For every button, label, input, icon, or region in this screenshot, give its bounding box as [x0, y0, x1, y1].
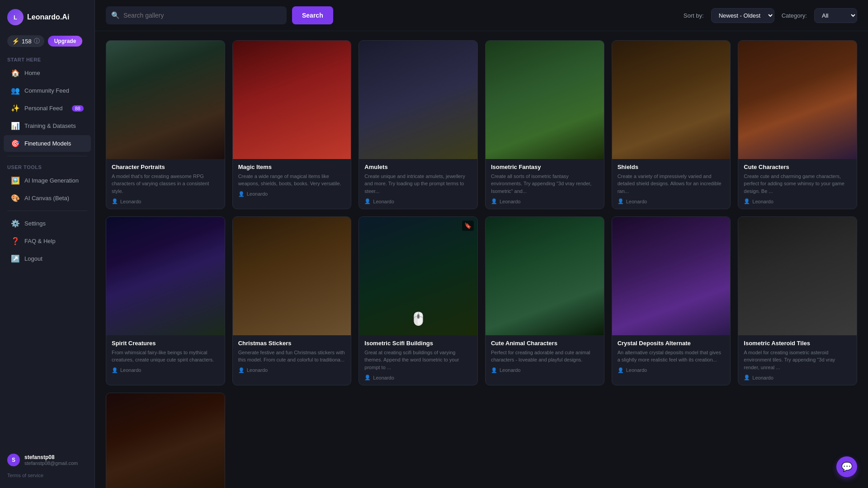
logout-icon: ↗️: [11, 254, 20, 263]
token-count-display: ⚡ 158 ⓘ: [7, 35, 44, 47]
model-card-isometric-fantasy[interactable]: Isometric Fantasy Create all sorts of is…: [485, 40, 604, 209]
sidebar-item-logout[interactable]: ↗️ Logout: [4, 250, 91, 267]
token-value: 158: [22, 38, 32, 45]
author-icon: 👤: [618, 198, 624, 204]
model-image-amulets: [359, 41, 477, 159]
model-card-description: Great at creating scifi buildings of var…: [364, 349, 472, 371]
sidebar-item-label: Home: [24, 70, 40, 76]
model-card-description: A model for creating isometric asteroid …: [744, 349, 851, 371]
model-card-author: 👤 Leonardo: [238, 191, 346, 197]
model-card-body: Character Portraits A model that's for c…: [106, 159, 225, 209]
model-card-description: From whimsical fairy-like beings to myth…: [112, 349, 219, 364]
model-card-cute-animal-characters[interactable]: Cute Animal Characters Perfect for creat…: [485, 216, 604, 385]
token-icon: ⚡: [12, 38, 19, 45]
upgrade-button[interactable]: Upgrade: [48, 36, 83, 47]
author-icon: 👤: [364, 198, 371, 204]
user-avatar: S: [7, 454, 20, 466]
author-name: Leonardo: [247, 367, 268, 373]
bookmark-button[interactable]: 🔖: [462, 221, 474, 231]
author-icon: 👤: [112, 198, 118, 204]
token-info-icon[interactable]: ⓘ: [34, 37, 40, 45]
model-card-title: Character Portraits: [112, 164, 219, 170]
model-card-shields[interactable]: Shields Create a variety of impressively…: [612, 40, 731, 209]
model-card-magic-items[interactable]: Magic Items Create a wide range of magic…: [232, 40, 352, 209]
logo-area[interactable]: L Leonardo.Ai: [0, 5, 94, 33]
faq-icon: ❓: [11, 237, 20, 245]
training-icon: 📊: [11, 122, 20, 130]
sidebar-item-community-feed[interactable]: 👥 Community Feed: [4, 82, 91, 99]
author-icon: 👤: [744, 198, 750, 204]
model-card-character-portraits[interactable]: Character Portraits A model that's for c…: [106, 40, 225, 209]
sort-select[interactable]: Newest - Oldest Oldest - Newest Most Pop…: [711, 8, 774, 23]
model-card-author: 👤 Leonardo: [364, 375, 472, 380]
sidebar-item-label: AI Image Generation: [24, 177, 79, 184]
model-card-christmas-stickers[interactable]: Christmas Stickers Generate festive and …: [232, 216, 352, 385]
author-name: Leonardo: [752, 199, 774, 204]
sidebar-item-personal-feed[interactable]: ✨ Personal Feed 88: [4, 100, 91, 117]
author-icon: 👤: [364, 375, 371, 380]
divider-2: [7, 211, 87, 211]
search-icon: 🔍: [111, 11, 120, 19]
logo-text: Leonardo.Ai: [27, 13, 69, 21]
user-info[interactable]: S stefanstp08 stefanstp08@gmail.com: [0, 449, 94, 471]
settings-icon: ⚙️: [11, 219, 20, 228]
sidebar-item-home[interactable]: 🏠 Home: [4, 65, 91, 81]
author-icon: 👤: [491, 367, 497, 373]
sidebar-item-ai-image-gen[interactable]: 🖼️ AI Image Generation: [4, 172, 91, 189]
model-card-isometric-asteroid-tiles[interactable]: Isometric Asteroid Tiles A model for cre…: [738, 216, 857, 385]
model-card-amulets[interactable]: Amulets Create unique and intricate amul…: [359, 40, 478, 209]
divider: [7, 156, 87, 156]
model-card-title: Magic Items: [238, 164, 346, 170]
author-icon: 👤: [491, 198, 497, 204]
model-card-title: Christmas Stickers: [238, 340, 346, 347]
model-card-isometric-scifi-buildings[interactable]: 🔖 🖱️ Isometric Scifi Buildings Great at …: [359, 216, 478, 385]
terms-link[interactable]: Terms of service: [0, 471, 94, 483]
model-card-author: 👤 Leonardo: [491, 198, 599, 204]
sidebar-item-label: Community Feed: [24, 87, 69, 94]
model-card-description: Generate festive and fun Christmas stick…: [238, 349, 346, 364]
sidebar-item-settings[interactable]: ⚙️ Settings: [4, 215, 91, 232]
author-icon: 👤: [744, 375, 750, 380]
model-card-body: Isometric Asteroid Tiles A model for cre…: [738, 335, 857, 385]
category-label: Category:: [782, 12, 807, 19]
user-details: stefanstp08 stefanstp08@gmail.com: [24, 454, 78, 466]
ai-image-icon: 🖼️: [11, 176, 20, 185]
user-email: stefanstp08@gmail.com: [24, 460, 78, 466]
search-input[interactable]: [123, 12, 281, 19]
model-card-author: 👤 Leonardo: [744, 198, 851, 204]
model-image-isometric-scifi-buildings: 🔖 🖱️: [359, 217, 477, 335]
model-card-leonardo-signature[interactable]: Leonardo Signature The core model of the…: [106, 393, 225, 488]
author-icon: 👤: [112, 367, 118, 373]
model-card-description: Create cute and charming game characters…: [744, 173, 851, 195]
sidebar-item-training[interactable]: 📊 Training & Datasets: [4, 117, 91, 134]
model-card-body: Spirit Creatures From whimsical fairy-li…: [106, 335, 225, 378]
model-card-title: Shields: [618, 164, 725, 170]
model-card-title: Isometric Scifi Buildings: [364, 340, 472, 347]
user-name: stefanstp08: [24, 454, 78, 460]
finetuned-icon: 🎯: [11, 139, 20, 148]
model-card-spirit-creatures[interactable]: Spirit Creatures From whimsical fairy-li…: [106, 216, 225, 385]
model-card-author: 👤 Leonardo: [112, 367, 219, 373]
model-card-crystal-deposits-alternate[interactable]: Crystal Deposits Alternate An alternativ…: [612, 216, 731, 385]
cursor-overlay: 🖱️: [410, 311, 426, 326]
model-image-isometric-fantasy: [486, 41, 604, 159]
topbar-right: Sort by: Newest - Oldest Oldest - Newest…: [684, 8, 857, 23]
search-button[interactable]: Search: [292, 6, 333, 24]
author-icon: 👤: [238, 191, 245, 197]
sidebar-item-finetuned[interactable]: 🎯 Finetuned Models: [4, 135, 91, 152]
canvas-icon: 🎨: [11, 194, 20, 202]
sidebar-bottom: S stefanstp08 stefanstp08@gmail.com Term…: [0, 446, 94, 483]
sidebar-item-label: Logout: [24, 255, 42, 262]
sidebar-item-label: Training & Datasets: [24, 122, 76, 129]
sidebar-item-ai-canvas[interactable]: 🎨 AI Canvas (Beta): [4, 190, 91, 206]
author-name: Leonardo: [752, 375, 774, 380]
category-select[interactable]: All Fantasy Sci-Fi Portraits: [814, 8, 857, 23]
model-card-body: Amulets Create unique and intricate amul…: [359, 159, 477, 209]
model-card-description: A model that's for creating awesome RPG …: [112, 173, 219, 195]
model-card-cute-characters[interactable]: Cute Characters Create cute and charming…: [738, 40, 857, 209]
model-card-body: Isometric Fantasy Create all sorts of is…: [486, 159, 604, 209]
model-image-isometric-asteroid-tiles: [738, 217, 857, 335]
chat-fab[interactable]: 💬: [836, 456, 857, 477]
topbar: 🔍 Search Sort by: Newest - Oldest Oldest…: [95, 0, 868, 31]
sidebar-item-faq[interactable]: ❓ FAQ & Help: [4, 233, 91, 249]
